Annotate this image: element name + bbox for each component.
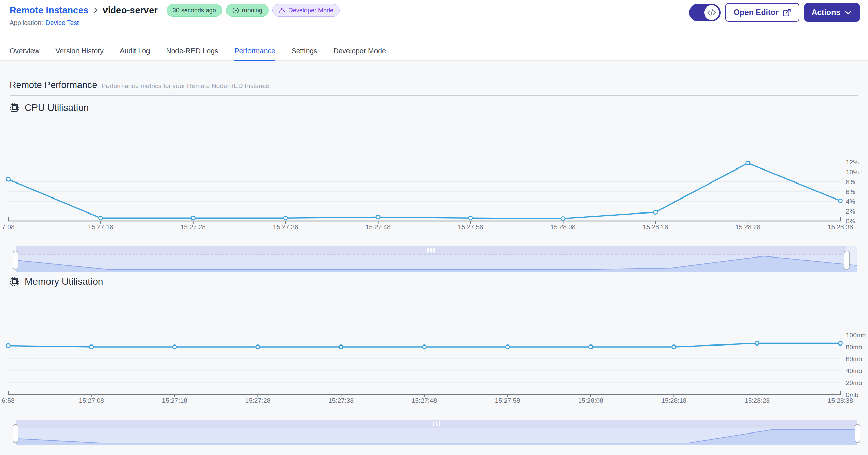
- svg-text:4%: 4%: [846, 198, 855, 205]
- tab-settings[interactable]: Settings: [291, 40, 317, 61]
- memory-utilisation-chart: 0mb20mb40mb60mb80mb100mb6:5815:27:0815:2…: [0, 314, 868, 416]
- svg-text:15:28:38: 15:28:38: [828, 397, 853, 404]
- badge-group: 30 seconds ago running Developer Mode: [167, 4, 340, 17]
- tab-bar: Overview Version History Audit Log Node-…: [10, 40, 386, 61]
- svg-text:8%: 8%: [846, 178, 855, 186]
- svg-text:6%: 6%: [846, 188, 855, 195]
- play-circle-icon: [232, 7, 239, 14]
- page-header-divider: [10, 95, 858, 96]
- page-title: Remote Performance: [10, 80, 97, 90]
- memory-brush-left-handle[interactable]: [13, 424, 18, 443]
- svg-text:20mb: 20mb: [846, 379, 862, 386]
- svg-text:15:27:08: 15:27:08: [79, 397, 104, 404]
- svg-text:15:27:48: 15:27:48: [412, 397, 437, 404]
- actions-button[interactable]: Actions: [804, 3, 860, 22]
- svg-text:15:27:28: 15:27:28: [181, 223, 206, 231]
- memory-brush-grip-icon[interactable]: [433, 421, 440, 426]
- svg-text:60mb: 60mb: [846, 355, 862, 363]
- svg-text:100mb: 100mb: [846, 332, 866, 339]
- tab-developer-mode[interactable]: Developer Mode: [333, 40, 386, 61]
- cpu-brush-selection-tint: [16, 255, 846, 272]
- cpu-brush-right-handle[interactable]: [844, 251, 850, 270]
- cpu-chip-icon: [9, 276, 20, 287]
- last-seen-badge: 30 seconds ago: [167, 4, 222, 17]
- application-label: Application:: [10, 19, 43, 27]
- tab-overview[interactable]: Overview: [10, 40, 40, 61]
- svg-text:15:28:18: 15:28:18: [643, 223, 668, 231]
- memory-chart-range-brush: [16, 420, 857, 445]
- memory-section-divider: [10, 294, 858, 294]
- developer-mode-badge: Developer Mode: [272, 4, 340, 17]
- svg-text:2%: 2%: [846, 208, 855, 215]
- topbar-actions: Open Editor Actions: [689, 3, 860, 22]
- cpu-chart-range-brush: [16, 246, 857, 272]
- cpu-section-title: CPU Utilisation: [25, 102, 89, 113]
- svg-text:80mb: 80mb: [846, 343, 862, 351]
- svg-text:10%: 10%: [846, 168, 859, 176]
- cpu-chip-icon: [9, 102, 20, 113]
- cpu-brush-grip-icon[interactable]: [427, 248, 435, 253]
- svg-text:40mb: 40mb: [846, 367, 862, 375]
- breadcrumb-remote-instances-link[interactable]: Remote Instances: [10, 5, 88, 16]
- application-link[interactable]: Device Test: [45, 19, 79, 27]
- svg-text:6:58: 6:58: [2, 397, 15, 404]
- cpu-section-heading: CPU Utilisation: [9, 102, 89, 113]
- chevron-down-icon: [844, 9, 852, 17]
- svg-text:15:27:18: 15:27:18: [88, 223, 113, 231]
- chevron-right-icon: [92, 6, 99, 14]
- external-link-icon: [782, 8, 791, 17]
- cpu-brush-left-handle[interactable]: [13, 251, 18, 270]
- svg-text:15:28:08: 15:28:08: [550, 223, 575, 231]
- svg-text:15:27:38: 15:27:38: [273, 223, 298, 231]
- tab-performance[interactable]: Performance: [234, 40, 275, 61]
- svg-text:15:28:38: 15:28:38: [828, 223, 853, 231]
- memory-section-heading: Memory Utilisation: [9, 276, 103, 287]
- svg-text:15:27:48: 15:27:48: [366, 223, 391, 231]
- svg-text:15:27:28: 15:27:28: [245, 397, 270, 404]
- memory-section-title: Memory Utilisation: [25, 276, 103, 287]
- beaker-icon: [279, 7, 286, 14]
- svg-text:15:28:28: 15:28:28: [735, 223, 760, 231]
- developer-mode-toggle[interactable]: [689, 4, 721, 21]
- memory-brush-right-handle[interactable]: [855, 424, 860, 443]
- svg-text:12%: 12%: [846, 159, 859, 166]
- svg-text:15:27:58: 15:27:58: [458, 223, 483, 231]
- page-subtitle: Performance metrics for your Remote Node…: [102, 82, 269, 90]
- svg-text:7:08: 7:08: [2, 223, 15, 231]
- svg-text:15:27:18: 15:27:18: [162, 397, 187, 404]
- status-badge: running: [226, 4, 269, 17]
- svg-text:15:28:08: 15:28:08: [578, 397, 603, 404]
- open-editor-button[interactable]: Open Editor: [725, 3, 799, 22]
- toggle-knob: [704, 5, 719, 20]
- breadcrumb: Remote Instances video-server 30 seconds…: [10, 3, 340, 18]
- svg-text:15:28:28: 15:28:28: [744, 397, 770, 404]
- cpu-section-divider: [10, 119, 858, 119]
- code-bracket-icon: [707, 8, 716, 17]
- application-row: Application: Device Test: [10, 19, 79, 27]
- tab-node-red-logs[interactable]: Node-RED Logs: [166, 40, 218, 61]
- cpu-utilisation-chart: 0%2%4%6%8%10%12%7:0815:27:1815:27:2815:2…: [0, 136, 868, 239]
- svg-text:15:28:18: 15:28:18: [661, 397, 686, 404]
- memory-brush-selection-tint: [16, 428, 857, 445]
- svg-text:15:27:58: 15:27:58: [495, 397, 520, 404]
- instance-title: video-server: [103, 5, 158, 16]
- page-header: Remote Performance Performance metrics f…: [10, 80, 269, 90]
- tab-version-history[interactable]: Version History: [56, 40, 104, 61]
- svg-text:15:27:38: 15:27:38: [328, 397, 354, 404]
- tab-audit-log[interactable]: Audit Log: [120, 40, 150, 61]
